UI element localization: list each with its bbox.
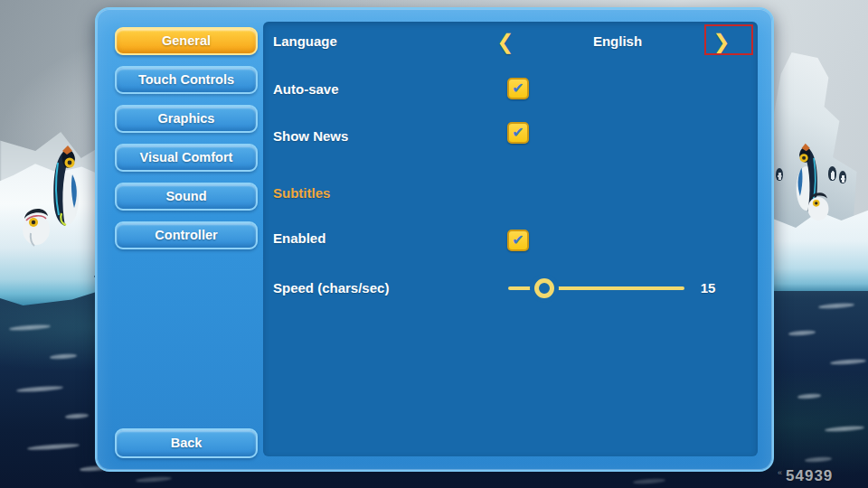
- sidebar-item-controller[interactable]: Controller: [115, 221, 258, 249]
- subtitles-enabled-checkbox[interactable]: ✔: [507, 230, 529, 251]
- general-settings-panel: Language ❮ English ❯ Auto-save ✔ Show Ne…: [263, 22, 758, 456]
- distant-penguin: [776, 168, 783, 181]
- autosave-checkbox[interactable]: ✔: [507, 78, 529, 99]
- subtitles-speed-label: Speed (chars/sec): [273, 279, 389, 297]
- check-icon: ✔: [509, 230, 527, 250]
- sidebar-item-graphics[interactable]: Graphics: [115, 105, 258, 133]
- penguin-chick-illustration: [18, 199, 54, 249]
- subtitles-enabled-label: Enabled: [273, 230, 326, 248]
- distant-penguin: [839, 171, 846, 183]
- sidebar-item-visual-comfort[interactable]: Visual Comfort: [115, 144, 258, 172]
- sidebar-item-sound[interactable]: Sound: [115, 183, 258, 211]
- show-news-label: Show News: [273, 127, 348, 145]
- speed-slider-handle[interactable]: [534, 278, 554, 298]
- sidebar-item-touch-controls[interactable]: Touch Controls: [115, 66, 258, 94]
- penguin-chick-illustration: [803, 185, 834, 223]
- check-icon: ✔: [509, 79, 527, 99]
- subtitles-section-header: Subtitles: [273, 184, 330, 202]
- settings-dialog: General Touch Controls Graphics Visual C…: [95, 7, 774, 472]
- language-label: Language: [273, 33, 337, 51]
- watermark: «54939: [778, 467, 833, 485]
- focus-highlight: [704, 24, 753, 55]
- watermark-prefix: «: [778, 468, 782, 477]
- distant-penguin: [828, 166, 836, 181]
- watermark-number: 54939: [786, 467, 833, 484]
- sidebar-item-general[interactable]: General: [115, 27, 258, 55]
- autosave-label: Auto-save: [273, 80, 339, 99]
- settings-screen: General Touch Controls Graphics Visual C…: [0, 0, 868, 488]
- speed-slider-value: 15: [686, 279, 730, 297]
- back-button[interactable]: Back: [115, 428, 258, 458]
- check-icon: ✔: [509, 123, 527, 143]
- show-news-checkbox[interactable]: ✔: [507, 122, 529, 144]
- language-value: English: [561, 33, 674, 51]
- chevron-left-icon[interactable]: ❮: [492, 27, 519, 56]
